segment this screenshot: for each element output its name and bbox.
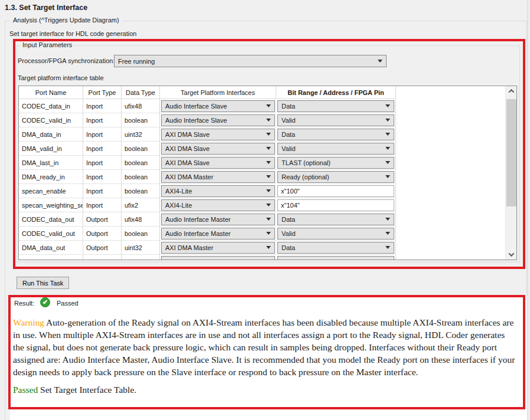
- table-row: CODEC_data_in Inport ufix48 Audio Interf…: [19, 99, 516, 113]
- header-filler: [396, 86, 516, 99]
- chevron-down-icon: [385, 119, 390, 122]
- data-type-cell: uint32: [122, 127, 160, 142]
- table-scrollbar[interactable]: [505, 86, 516, 260]
- port-name-cell: DMA_last_in: [19, 156, 83, 170]
- chevron-down-icon: [266, 204, 271, 206]
- warning-label: Warning: [13, 317, 44, 327]
- data-type-cell: boolean: [122, 156, 160, 170]
- bit-range-dropdown[interactable]: Data: [277, 129, 394, 140]
- window-scrollbar-strip[interactable]: [527, 0, 530, 420]
- task-description: Set target interface for HDL code genera…: [9, 30, 136, 37]
- chevron-down-icon: [385, 246, 390, 249]
- table-row: DMA_valid_in Inport boolean AXI DMA Slav…: [19, 142, 516, 156]
- interface-dropdown[interactable]: AXI DMA Master: [161, 242, 275, 254]
- interface-dropdown[interactable]: AXI DMA Slave: [161, 129, 275, 140]
- interface-dropdown[interactable]: AXI DMA Slave: [161, 157, 275, 169]
- chevron-down-icon: [378, 60, 382, 63]
- chevron-down-icon: [266, 246, 271, 249]
- table-header-row: Port Name Port Type Data Type Target Pla…: [19, 86, 516, 99]
- bit-range-dropdown[interactable]: Valid: [277, 256, 394, 261]
- table-row: DMA_data_in Inport uint32 AXI DMA Slave …: [19, 127, 516, 142]
- interface-dropdown[interactable]: AXI DMA Master: [161, 256, 275, 261]
- scroll-down-button[interactable]: [506, 250, 517, 260]
- interface-dropdown[interactable]: Audio Interface Slave: [161, 100, 275, 112]
- chevron-down-icon: [266, 133, 271, 136]
- port-name-cell: DMA_ready_in: [19, 170, 83, 184]
- port-type-cell: Inport: [83, 142, 122, 156]
- column-header-port-type: Port Type: [83, 86, 122, 99]
- table-row: CODEC_data_out Outport ufix48 Audio Inte…: [19, 212, 516, 227]
- bit-range-dropdown[interactable]: Valid: [277, 228, 394, 239]
- bit-range-dropdown[interactable]: TLAST (optional): [277, 157, 394, 169]
- column-header-port-name: Port Name: [19, 86, 83, 99]
- scroll-up-button[interactable]: [506, 86, 517, 96]
- analysis-group-label: Analysis (^Triggers Update Diagram): [11, 17, 122, 24]
- scrollbar-thumb[interactable]: [506, 99, 516, 206]
- column-header-bit-range: Bit Range / Address / FPGA Pin: [276, 86, 396, 99]
- port-type-cell: Outport: [83, 255, 122, 260]
- port-type-cell: Inport: [83, 184, 122, 198]
- bit-range-dropdown[interactable]: Valid: [277, 143, 394, 155]
- data-type-cell: boolean: [122, 255, 160, 260]
- run-task-button[interactable]: Run This Task: [17, 277, 69, 289]
- data-type-cell: uint32: [122, 241, 160, 255]
- port-name-cell: DMA_valid_in: [19, 142, 83, 156]
- bit-range-dropdown[interactable]: Valid: [277, 114, 394, 126]
- address-input[interactable]: x"100": [277, 185, 394, 197]
- table-row: DMA_data_out Outport uint32 AXI DMA Mast…: [19, 241, 516, 255]
- port-type-cell: Inport: [83, 156, 122, 170]
- interface-dropdown[interactable]: AXI4-Lite: [161, 185, 275, 197]
- table-row: CODEC_valid_out Outport boolean Audio In…: [19, 227, 516, 241]
- sync-dropdown-value: Free running: [118, 58, 155, 65]
- column-header-data-type: Data Type: [122, 86, 160, 99]
- address-input[interactable]: x"104": [277, 199, 394, 211]
- data-type-cell: boolean: [122, 170, 160, 184]
- column-header-interfaces: Target Platform Interfaces: [160, 86, 276, 99]
- chevron-down-icon: [385, 147, 390, 150]
- bit-range-dropdown[interactable]: Data: [277, 214, 394, 225]
- interface-dropdown[interactable]: AXI DMA Master: [161, 171, 275, 183]
- chevron-down-icon: [385, 218, 390, 221]
- interface-dropdown[interactable]: Audio Interface Master: [161, 228, 275, 239]
- interface-dropdown[interactable]: AXI4-Lite: [161, 199, 275, 211]
- chevron-down-icon: [266, 104, 271, 107]
- port-name-cell: DMA_valid_out: [19, 255, 83, 260]
- sync-dropdown[interactable]: Free running: [114, 55, 387, 67]
- port-name-cell: DMA_data_out: [19, 241, 83, 255]
- chevron-down-icon: [266, 232, 271, 235]
- data-type-cell: boolean: [122, 184, 160, 198]
- port-type-cell: Inport: [83, 99, 122, 113]
- port-name-cell: specan_weighting_sel: [19, 198, 83, 212]
- interface-dropdown[interactable]: AXI DMA Slave: [161, 143, 275, 155]
- table-row: DMA_ready_in Inport boolean AXI DMA Mast…: [19, 170, 516, 184]
- bit-range-dropdown[interactable]: Data: [277, 100, 394, 112]
- port-type-cell: Inport: [83, 113, 122, 127]
- table-caption: Target platform interface table: [18, 74, 104, 81]
- port-type-cell: Inport: [83, 127, 122, 142]
- table-row: CODEC_valid_in Inport boolean Audio Inte…: [19, 113, 516, 127]
- bit-range-dropdown[interactable]: Ready (optional): [277, 171, 394, 183]
- result-messages: Warning Auto-generation of the Ready sig…: [13, 316, 518, 396]
- chevron-down-icon: [385, 161, 390, 164]
- port-name-cell: CODEC_data_in: [19, 99, 83, 113]
- bit-range-dropdown[interactable]: Data: [277, 242, 394, 254]
- chevron-down-icon: [266, 147, 271, 150]
- port-type-cell: Inport: [83, 198, 122, 212]
- table-row: DMA_last_in Inport boolean AXI DMA Slave…: [19, 156, 516, 170]
- data-type-cell: ufix48: [122, 99, 160, 113]
- interface-table: Port Name Port Type Data Type Target Pla…: [18, 86, 517, 260]
- interface-dropdown[interactable]: Audio Interface Slave: [161, 114, 275, 126]
- table-row: DMA_valid_out Outport boolean AXI DMA Ma…: [19, 255, 516, 260]
- chevron-down-icon: [266, 161, 271, 164]
- chevron-down-icon: [385, 175, 390, 178]
- chevron-down-icon: [266, 175, 271, 178]
- input-parameters-label: Input Parameters: [20, 41, 74, 48]
- data-type-cell: ufix48: [122, 212, 160, 227]
- passed-message: Passed Set Target Interface Table.: [13, 383, 518, 396]
- sync-label: Processor/FPGA synchronization:: [18, 57, 114, 64]
- interface-dropdown[interactable]: Audio Interface Master: [161, 214, 275, 225]
- port-type-cell: Inport: [83, 170, 122, 184]
- port-name-cell: specan_enable: [19, 184, 83, 198]
- data-type-cell: boolean: [122, 113, 160, 127]
- chevron-down-icon: [385, 232, 390, 235]
